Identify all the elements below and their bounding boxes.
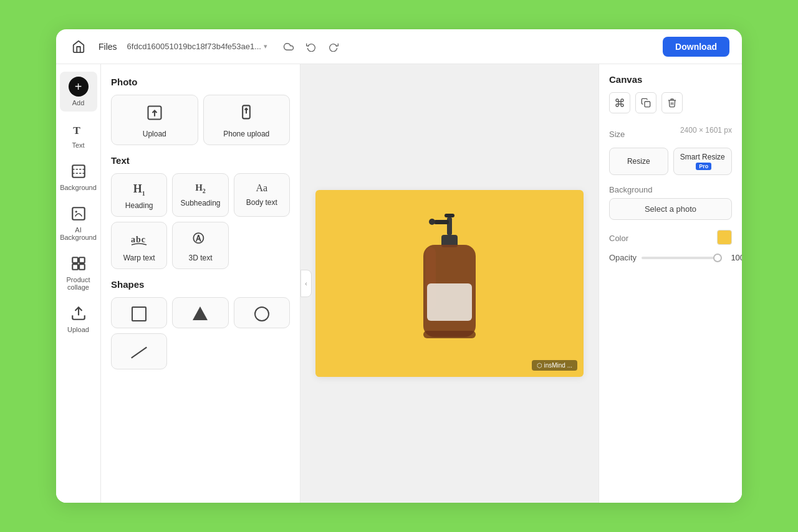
triangle-shape-icon (193, 306, 208, 320)
text-grid: H1 Heading H2 Subheading Aa Body text ab… (111, 173, 290, 269)
filename-text: 6fdcd160051019bc18f73b4fe53ae1... (127, 42, 261, 51)
svg-rect-17 (445, 214, 454, 217)
heading-icon: H1 (133, 183, 145, 197)
background-label: Background (609, 185, 732, 194)
sidebar-item-text[interactable]: T Text (60, 114, 97, 154)
header-actions (280, 38, 342, 55)
warp-text-icon: abc (130, 231, 148, 249)
svg-point-20 (429, 219, 435, 225)
pro-badge: Pro (696, 163, 711, 170)
format-painter-button[interactable] (609, 92, 630, 113)
opacity-label: Opacity (609, 253, 637, 262)
color-row: Color (609, 227, 732, 247)
heading-item[interactable]: H1 Heading (111, 173, 167, 217)
svg-rect-8 (72, 264, 78, 270)
text-section-title: Text (111, 155, 290, 166)
svg-text:abc: abc (131, 235, 146, 244)
svg-rect-19 (434, 220, 449, 224)
select-photo-button[interactable]: Select a photo (609, 198, 732, 220)
sidebar-item-add[interactable]: + Add (60, 72, 97, 112)
svg-rect-26 (645, 102, 650, 107)
phone-upload-item[interactable]: Phone upload (203, 95, 291, 145)
sidebar-item-add-label: Add (72, 99, 85, 107)
body-text-label: Body text (246, 198, 277, 207)
size-value: 2400 × 1601 px (680, 126, 732, 135)
svg-text:T: T (73, 125, 80, 136)
shape-triangle-item[interactable] (172, 297, 228, 328)
body: + Add T Text Background (56, 64, 742, 503)
download-button[interactable]: Download (663, 37, 729, 57)
shape-square-item[interactable] (111, 297, 167, 328)
svg-rect-25 (423, 331, 476, 338)
resize-button[interactable]: Resize (609, 148, 668, 175)
canvas-area: ‹ (300, 64, 598, 503)
sidebar-item-product-collage-label: Product collage (64, 276, 94, 291)
subheading-item[interactable]: H2 Subheading (172, 173, 228, 217)
smart-resize-button[interactable]: Smart ResizePro (673, 148, 733, 175)
redo-button[interactable] (325, 38, 342, 55)
watermark: ⬡ insMind ... (532, 360, 577, 371)
sidebar-item-background[interactable]: Background (60, 156, 97, 196)
home-button[interactable] (69, 37, 89, 57)
cloud-save-button[interactable] (280, 38, 297, 55)
app-window: Files 6fdcd160051019bc18f73b4fe53ae1... … (56, 29, 742, 503)
product-image (315, 190, 584, 377)
phone-upload-icon (238, 104, 255, 125)
shape-circle-item[interactable] (234, 297, 290, 328)
panel: Photo Upload (101, 64, 300, 503)
shapes-section-title: Shapes (111, 279, 290, 290)
chevron-down-icon: ▾ (264, 42, 267, 50)
sidebar-item-upload-label: Upload (67, 326, 89, 333)
add-icon: + (69, 77, 89, 97)
warp-text-item[interactable]: abc Warp text (111, 222, 167, 269)
svg-rect-24 (427, 283, 472, 321)
duplicate-button[interactable] (635, 92, 656, 113)
svg-rect-1 (72, 165, 85, 178)
photo-grid: Upload Phone upload (111, 95, 290, 145)
upload-photo-label: Upload (143, 130, 166, 138)
threed-text-item[interactable]: Ⓐ 3D text (172, 222, 228, 269)
collapse-panel-button[interactable]: ‹ (300, 270, 312, 297)
svg-rect-18 (447, 217, 452, 235)
opacity-row: Opacity 100 (609, 253, 732, 262)
upload-photo-item[interactable]: Upload (111, 95, 198, 145)
right-panel-title: Canvas (609, 74, 732, 85)
opacity-slider[interactable] (642, 257, 722, 259)
files-button[interactable]: Files (99, 42, 117, 52)
undo-button[interactable] (302, 38, 320, 55)
resize-buttons: Resize Smart ResizePro (609, 148, 732, 175)
svg-rect-7 (79, 257, 85, 263)
right-panel: Canvas Size (598, 64, 742, 503)
sidebar-item-upload[interactable]: Upload (60, 298, 97, 338)
circle-shape-icon (254, 306, 269, 321)
shapes-grid (111, 297, 290, 369)
subheading-label: Subheading (180, 199, 220, 207)
filename-display[interactable]: 6fdcd160051019bc18f73b4fe53ae1... ▾ (127, 42, 267, 51)
color-label: Color (609, 234, 628, 243)
square-shape-icon (132, 306, 147, 321)
svg-point-5 (75, 211, 77, 212)
body-text-item[interactable]: Aa Body text (234, 173, 290, 217)
subheading-icon: H2 (195, 183, 206, 194)
heading-label: Heading (125, 201, 153, 210)
line-shape-icon (130, 343, 148, 363)
size-label: Size (609, 130, 625, 139)
collage-icon (69, 254, 89, 273)
shape-line-item[interactable] (111, 333, 167, 369)
delete-button[interactable] (661, 92, 683, 113)
svg-rect-9 (79, 264, 85, 270)
upload-photo-icon (146, 104, 163, 125)
opacity-value: 100 (727, 253, 742, 262)
sidebar-item-ai-background[interactable]: AI Background (60, 199, 97, 246)
color-swatch[interactable] (717, 230, 732, 245)
body-text-icon: Aa (256, 183, 268, 194)
smart-resize-label: Smart Resize (680, 153, 725, 161)
text-icon: T (69, 119, 89, 139)
phone-upload-label: Phone upload (223, 130, 269, 138)
canvas[interactable]: ⬡ insMind ... (315, 190, 584, 377)
threed-text-label: 3D text (188, 254, 212, 262)
left-nav: + Add T Text Background (56, 64, 101, 503)
upload-icon (69, 303, 89, 323)
svg-text:Ⓐ: Ⓐ (193, 232, 204, 245)
sidebar-item-product-collage[interactable]: Product collage (60, 249, 97, 296)
